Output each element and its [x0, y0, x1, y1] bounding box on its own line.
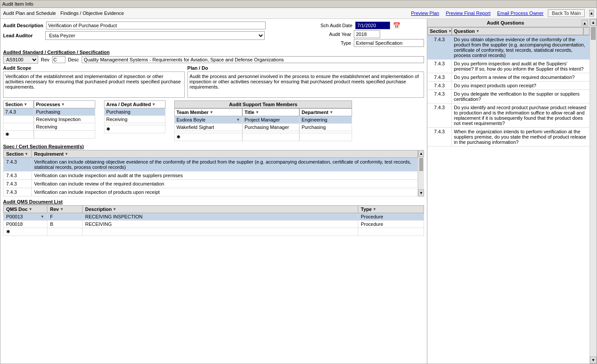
sec-cell-2 — [3, 116, 34, 123]
aq-row-2: 7.4.3 Do you perform inspection and audi… — [428, 60, 590, 73]
area-dept-header[interactable]: Area / Dept Audited ▼ — [104, 100, 165, 108]
dept-header[interactable]: Department ▼ — [299, 108, 352, 116]
aq-sec-2: 7.4.3 — [428, 60, 452, 73]
req-row-2: 7.4.3 Verification can include inspectio… — [4, 171, 418, 180]
qms-type-header[interactable]: Type▼ — [358, 206, 424, 213]
right-scrollbar[interactable]: ▲ ▼ — [590, 19, 597, 364]
team-member-header[interactable]: Team Member ▼ — [174, 108, 242, 116]
req-text-2: Verification can include inspection and … — [31, 171, 417, 180]
aq-q-7: When the organization intends to perform… — [452, 128, 590, 146]
audit-plan-label: Audit Plan and Schedule — [3, 11, 56, 16]
audit-questions-header: Audit Questions ▲ — [428, 19, 590, 27]
audit-year-input[interactable] — [354, 30, 380, 38]
qms-desc-header[interactable]: Description▼ — [83, 206, 358, 213]
team-member-cell-1: Eudora Boyle ▼ — [174, 116, 242, 124]
findings-title: Findings / Objective Evidence — [60, 11, 124, 16]
window-title: Audit Item Info — [2, 1, 33, 7]
aq-row-1: 7.4.3 Do you obtain objective evidence o… — [428, 36, 590, 60]
title-header[interactable]: Title ▼ — [242, 108, 299, 116]
sec-cell-1: 7.4.3 — [3, 108, 34, 116]
main-window: Audit Item Info Audit Plan and Schedule … — [0, 0, 597, 364]
aq-sec-6: 7.4.3 — [428, 103, 452, 127]
sec-audited-header[interactable]: Section ▼ — [3, 100, 34, 108]
req-sec-4: 7.4.3 — [4, 188, 32, 196]
aq-q-1: Do you obtain objective evidence of the … — [452, 36, 590, 59]
processes-row-add: ✱ — [3, 131, 95, 139]
preview-plan-link[interactable]: Preview Plan — [411, 11, 439, 16]
sch-audit-date-value[interactable]: 7/1/2020 — [355, 21, 390, 29]
team-row-2: Wakefield Sighart Purchasing Manager Pur… — [174, 124, 352, 131]
rev-label: Rev — [41, 57, 50, 62]
spec-scroll-up[interactable]: ▲ — [418, 150, 424, 157]
aq-header-scroll[interactable] — [583, 27, 590, 35]
qms-rev-header[interactable]: Rev▼ — [47, 206, 83, 213]
right-scroll-up[interactable]: ▲ — [590, 19, 597, 26]
spec-scroll-down[interactable]: ▼ — [418, 189, 424, 196]
processes-header[interactable]: Processes ▼ — [34, 100, 95, 108]
aq-row-7: 7.4.3 When the organization intends to p… — [428, 128, 590, 146]
req-sec-2: 7.4.3 — [4, 171, 32, 180]
aq-q-6: Do you identify and record product purch… — [452, 103, 590, 127]
left-form: Audit Description Lead Auditor Esta Peyz… — [3, 21, 312, 48]
aq-question-col-header[interactable]: Question ▼ — [452, 27, 583, 35]
lead-auditor-label: Lead Auditor — [3, 33, 43, 38]
req-text-4: Verification can include inspection of p… — [31, 188, 417, 196]
right-scroll-down[interactable]: ▼ — [590, 357, 597, 364]
qms-desc-add — [83, 228, 358, 236]
req-col-header[interactable]: Requirement▼ — [31, 150, 417, 158]
spec-cert-scrollbar[interactable]: ▲ ▼ — [418, 150, 424, 196]
desc-input[interactable] — [82, 56, 424, 63]
qms-doc-2: P00018 — [4, 221, 47, 228]
team-members-area: Audit Support Team Members Team Member ▼… — [174, 100, 352, 141]
qms-type-1: Procedure — [358, 213, 424, 221]
processes-row-3: Receiving — [3, 123, 95, 131]
qms-row-add: ✱ — [4, 228, 424, 236]
qms-type-2: Procedure — [358, 221, 424, 228]
process-cell-add — [34, 131, 95, 139]
aq-scroll-up-btn[interactable]: ▲ — [582, 20, 588, 26]
qms-doc-add: ✱ — [4, 228, 47, 236]
rev-input[interactable] — [52, 56, 65, 63]
calendar-icon[interactable]: 📅 — [393, 22, 400, 29]
aq-row-3: 7.4.3 Do you perform a review of the req… — [428, 73, 590, 82]
area-cell-2: Receiving — [104, 116, 165, 123]
processes-area: Section ▼ Processes ▼ 7.4.3 Purchasi — [3, 100, 424, 141]
std-select[interactable]: AS9100 — [3, 56, 38, 64]
req-section-col-header[interactable]: Section▼ — [4, 150, 32, 158]
scope-col: Audit Scope Verification of the establis… — [3, 65, 185, 98]
scroll-up-btn[interactable]: ▲ — [589, 10, 594, 17]
dept-add — [299, 133, 352, 141]
aq-section-col-header[interactable]: Section ▼ — [428, 27, 452, 35]
spec-cert-section: Spec / Cert Section Requirement(s) Secti… — [3, 144, 424, 196]
type-input[interactable] — [354, 39, 424, 47]
qms-desc-2: RECEIVING — [83, 221, 358, 228]
spec-scroll-track — [418, 157, 424, 189]
back-to-main-button[interactable]: Back To Main — [548, 9, 585, 17]
aq-sec-4: 7.4.3 — [428, 82, 452, 89]
sec-cell-3 — [3, 123, 34, 131]
qms-doc-header[interactable]: QMS Doc▼ — [4, 206, 47, 213]
aq-q-2: Do you perform inspection and audit at t… — [452, 60, 590, 73]
audit-description-row: Audit Description — [3, 21, 312, 29]
team-sub-header: Team Member ▼ Title ▼ Department ▼ — [174, 108, 352, 116]
processes-row-1: 7.4.3 Purchasing — [3, 108, 95, 116]
area-cell-add: ✱ — [104, 125, 165, 133]
spec-cert-header: Spec / Cert Section Requirement(s) — [3, 144, 424, 149]
aq-sec-5: 7.4.3 — [428, 90, 452, 103]
email-process-owner-link[interactable]: Email Process Owner — [497, 11, 543, 16]
std-section-header: Audited Standard / Certification / Speci… — [3, 50, 424, 55]
team-col-header: Audit Support Team Members — [174, 100, 352, 108]
spec-cert-table-area: Section▼ Requirement▼ 7.4.3 — [3, 150, 418, 196]
right-panel: Audit Questions ▲ Section ▼ Question ▼ 7… — [427, 19, 590, 364]
title-bar: Audit Item Info — [0, 0, 597, 8]
title-cell-1: Project Manager — [242, 116, 299, 124]
lead-auditor-select[interactable]: Esta Peyzer — [45, 31, 265, 40]
audit-year-label: Audit Year — [320, 32, 351, 37]
audited-processes-section: Section ▼ Processes ▼ 7.4.3 Purchasi — [3, 100, 424, 141]
audit-year-row: Audit Year — [320, 30, 424, 38]
preview-final-report-link[interactable]: Preview Final Report — [446, 11, 490, 16]
type-label: Type — [320, 40, 351, 46]
aq-q-3: Do you perform a review of the required … — [452, 73, 590, 81]
audit-description-input[interactable] — [46, 21, 266, 29]
req-row-1: 7.4.3 Verification can include obtaining… — [4, 158, 418, 171]
